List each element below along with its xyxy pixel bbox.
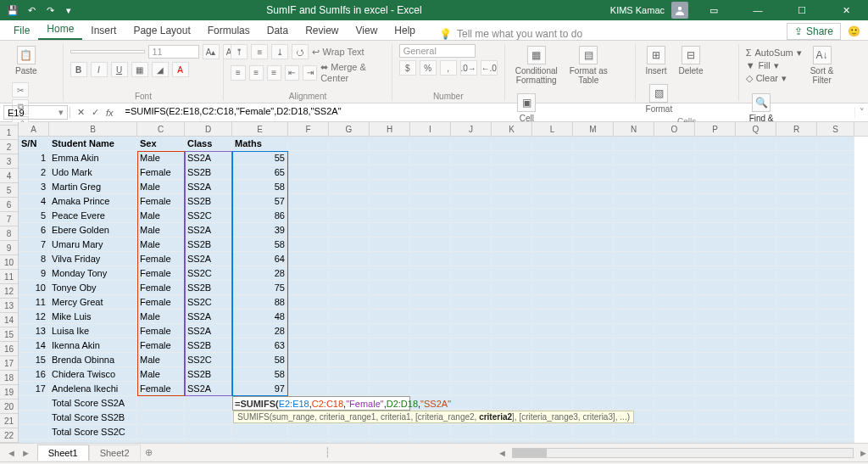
cell-Q8[interactable] [736,238,776,252]
cell-A8[interactable]: 7 [19,238,49,252]
row-header-11[interactable]: 11 [0,270,18,284]
cell-Q9[interactable] [736,252,776,266]
wrap-text-button[interactable]: ↩ Wrap Text [312,47,364,58]
cell-J4[interactable] [451,180,492,194]
tab-file[interactable]: File [5,21,38,40]
spreadsheet-grid[interactable]: 12345678910111213141516171819202122 ABCD… [0,122,868,443]
close-icon[interactable]: ✕ [827,0,865,20]
cell-D13[interactable]: SS2A [185,310,232,324]
name-box[interactable]: E19▾ [3,105,68,120]
cell-D4[interactable]: SS2A [185,180,232,194]
cell-K19[interactable] [492,396,532,411]
cell-E3[interactable]: 65 [232,165,288,180]
cell-P10[interactable] [695,266,736,281]
cell-D14[interactable]: SS2A [185,324,232,338]
cell-G13[interactable] [329,310,370,324]
cut-button[interactable]: ✂ [12,82,29,98]
row-header-22[interactable]: 22 [0,428,18,443]
cell-E16[interactable]: 58 [232,353,288,367]
save-icon[interactable]: 💾 [5,3,20,18]
cell-M6[interactable] [573,209,614,223]
cell-G3[interactable] [329,165,370,180]
cell-E13[interactable]: 48 [232,310,288,324]
cell-E2[interactable]: 55 [232,151,288,165]
cell-C22[interactable] [137,439,185,443]
cell-L22[interactable] [532,439,573,443]
cell-D9[interactable]: SS2A [185,252,232,266]
tab-review[interactable]: Review [297,21,347,40]
new-sheet-button[interactable]: ⊕ [141,447,158,458]
cell-G5[interactable] [329,194,370,209]
cell-O13[interactable] [654,310,695,324]
col-header-O[interactable]: O [654,122,695,136]
cell-N17[interactable] [614,367,654,382]
cell-Q11[interactable] [736,281,776,295]
percent-icon[interactable]: % [420,60,437,75]
redo-icon[interactable]: ↷ [42,3,58,18]
row-header-6[interactable]: 6 [0,198,18,212]
cell-J6[interactable] [451,209,492,223]
cell-D17[interactable]: SS2B [185,367,232,382]
fx-icon[interactable]: fx [106,108,114,118]
cell-R20[interactable] [776,411,817,425]
cell-P9[interactable] [695,252,736,266]
cell-C4[interactable]: Male [137,180,185,194]
conditional-formatting-button[interactable]: ▦Conditional Formatting [512,44,561,87]
cell-R15[interactable] [776,338,817,353]
cell-E8[interactable]: 58 [232,238,288,252]
align-left-icon[interactable]: ≡ [231,65,245,81]
cell-A16[interactable]: 15 [19,353,49,367]
cell-F16[interactable] [288,353,329,367]
col-header-C[interactable]: C [137,122,185,136]
cell-H10[interactable] [370,266,410,281]
cell-I5[interactable] [410,194,451,209]
italic-button[interactable]: I [91,62,108,77]
cell-J7[interactable] [451,223,492,238]
cell-L17[interactable] [532,367,573,382]
cell-B18[interactable]: Andelena Ikechi [49,382,137,396]
row-header-9[interactable]: 9 [0,241,18,255]
cell-Q16[interactable] [736,353,776,367]
cell-S6[interactable] [817,209,854,223]
cell-L6[interactable] [532,209,573,223]
cell-J12[interactable] [451,295,492,310]
ribbon-options-icon[interactable]: ▭ [695,0,732,20]
cell-B2[interactable]: Emma Akin [49,151,137,165]
cell-G21[interactable] [329,425,370,439]
cell-N19[interactable] [614,396,654,411]
cell-C9[interactable]: Female [137,252,185,266]
cell-I12[interactable] [410,295,451,310]
cell-F11[interactable] [288,281,329,295]
row-header-8[interactable]: 8 [0,226,18,241]
underline-button[interactable]: U [111,62,128,77]
cell-F4[interactable] [288,180,329,194]
cell-S12[interactable] [817,295,854,310]
cell-N22[interactable] [614,439,654,443]
cell-M5[interactable] [573,194,614,209]
row-header-20[interactable]: 20 [0,400,18,414]
cell-R14[interactable] [776,324,817,338]
cell-I14[interactable] [410,324,451,338]
cell-R7[interactable] [776,223,817,238]
cell-P18[interactable] [695,382,736,396]
cell-O6[interactable] [654,209,695,223]
col-header-F[interactable]: F [288,122,329,136]
cell-N12[interactable] [614,295,654,310]
cell-G1[interactable] [329,137,370,151]
cell-E10[interactable]: 28 [232,266,288,281]
cell-D15[interactable]: SS2B [185,338,232,353]
cell-A9[interactable]: 8 [19,252,49,266]
cell-P17[interactable] [695,367,736,382]
cell-I4[interactable] [410,180,451,194]
cell-O20[interactable] [654,411,695,425]
cell-E11[interactable]: 75 [232,281,288,295]
cell-C18[interactable]: Female [137,382,185,396]
font-size-dropdown[interactable]: 11 [148,45,199,59]
cell-A13[interactable]: 12 [19,310,49,324]
tab-help[interactable]: Help [386,21,424,40]
cell-N3[interactable] [614,165,654,180]
cell-H15[interactable] [370,338,410,353]
cell-I13[interactable] [410,310,451,324]
cell-A19[interactable] [19,396,49,411]
cell-M19[interactable] [573,396,614,411]
